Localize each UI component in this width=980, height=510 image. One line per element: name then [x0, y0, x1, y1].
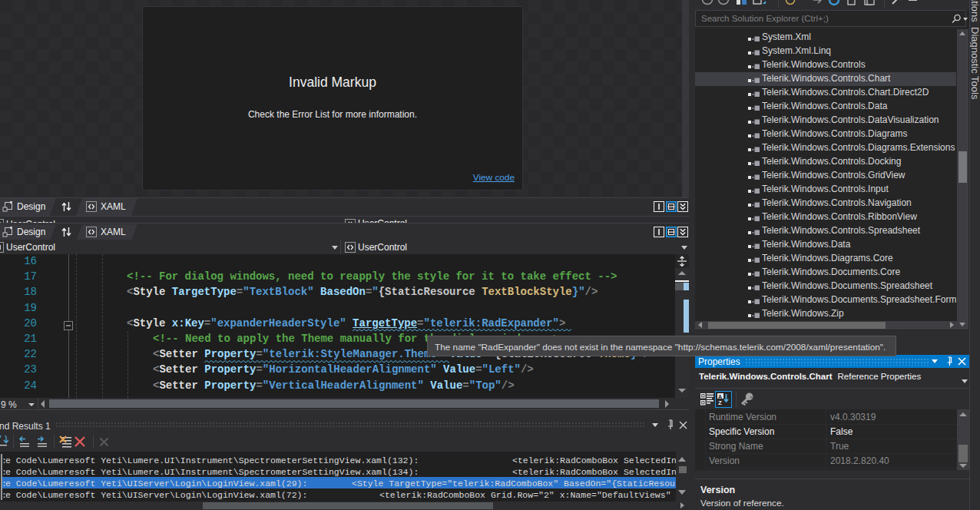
- svg-text:Z: Z: [718, 399, 722, 406]
- svg-text:A: A: [718, 394, 722, 399]
